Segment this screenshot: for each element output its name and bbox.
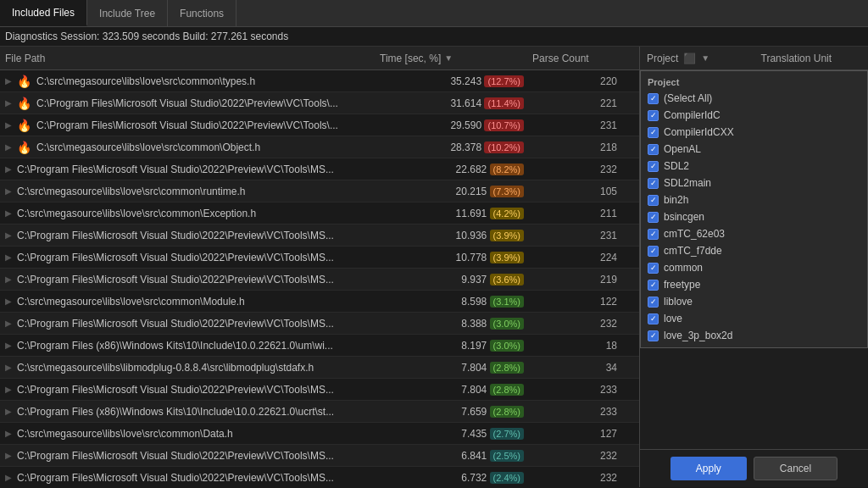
translation-unit-col-header: Translation Unit bbox=[754, 49, 869, 68]
table-row[interactable]: ▶ C:\Program Files (x86)\Windows Kits\10… bbox=[0, 335, 639, 357]
checkbox[interactable] bbox=[648, 110, 659, 121]
expand-icon[interactable]: ▶ bbox=[5, 230, 12, 240]
checkbox[interactable] bbox=[648, 280, 659, 291]
file-path-cell: ▶ 🔥 C:\Program Files\Microsoft Visual St… bbox=[5, 97, 380, 110]
expand-icon[interactable]: ▶ bbox=[5, 98, 12, 108]
dropdown-item[interactable]: freetype bbox=[641, 276, 867, 293]
dropdown-item[interactable]: OpenAL bbox=[641, 141, 867, 158]
expand-icon[interactable]: ▶ bbox=[5, 473, 12, 482]
checkbox[interactable] bbox=[648, 144, 659, 155]
table-row[interactable]: ▶ C:\Program Files\Microsoft Visual Stud… bbox=[0, 313, 639, 335]
expand-icon[interactable]: ▶ bbox=[5, 451, 12, 460]
expand-icon[interactable]: ▶ bbox=[5, 76, 12, 86]
tab-include-tree[interactable]: Include Tree bbox=[87, 0, 168, 26]
project-name: cmTC_62e03 bbox=[664, 228, 725, 240]
checkbox[interactable] bbox=[648, 212, 659, 223]
dropdown-item[interactable]: liblove bbox=[641, 293, 867, 310]
right-panel: Project ⬛ ▼ Translation Unit Project (Se… bbox=[639, 47, 868, 487]
dropdown-item[interactable]: SDL2 bbox=[641, 158, 867, 175]
file-path-cell: ▶ C:\src\megasource\libs\love\src\common… bbox=[5, 186, 380, 197]
dropdown-item[interactable]: CompilerIdC bbox=[641, 107, 867, 124]
file-path-cell: ▶ 🔥 C:\Program Files\Microsoft Visual St… bbox=[5, 119, 380, 132]
project-col-header: Project ⬛ ▼ bbox=[640, 49, 754, 68]
filter-icon[interactable]: ⬛ bbox=[683, 53, 696, 64]
expand-icon[interactable]: ▶ bbox=[5, 363, 12, 372]
parse-count-cell: 18 bbox=[532, 340, 634, 352]
expand-icon[interactable]: ▶ bbox=[5, 186, 12, 196]
expand-icon[interactable]: ▶ bbox=[5, 274, 12, 284]
dropdown-item[interactable]: (Select All) bbox=[641, 90, 867, 107]
tab-functions[interactable]: Functions bbox=[168, 0, 236, 26]
dropdown-item[interactable]: SDL2main bbox=[641, 175, 867, 191]
checkbox[interactable] bbox=[648, 178, 659, 189]
table-row[interactable]: ▶ C:\src\megasource\libs\love\src\common… bbox=[0, 423, 639, 445]
dropdown-scroll[interactable]: (Select All) CompilerIdC CompilerIdCXX O… bbox=[641, 90, 867, 344]
dropdown-item[interactable]: bin2h bbox=[641, 191, 867, 208]
parse-count-cell: 221 bbox=[532, 97, 634, 109]
expand-icon[interactable]: ▶ bbox=[5, 341, 12, 350]
expand-icon[interactable]: ▶ bbox=[5, 429, 12, 438]
parse-count-cell: 219 bbox=[532, 274, 634, 286]
dropdown-item[interactable]: bsincgen bbox=[641, 208, 867, 225]
expand-icon[interactable]: ▶ bbox=[5, 120, 12, 130]
table-body[interactable]: ▶ 🔥 C:\src\megasource\libs\love\src\comm… bbox=[0, 70, 639, 487]
table-row[interactable]: ▶ C:\src\megasource\libs\love\src\common… bbox=[0, 180, 639, 202]
expand-icon[interactable]: ▶ bbox=[5, 319, 12, 328]
file-path-text: C:\Program Files\Microsoft Visual Studio… bbox=[17, 274, 334, 286]
expand-icon[interactable]: ▶ bbox=[5, 164, 12, 174]
checkbox[interactable] bbox=[648, 229, 659, 240]
table-row[interactable]: ▶ 🔥 C:\src\megasource\libs\love\src\comm… bbox=[0, 70, 639, 92]
expand-icon[interactable]: ▶ bbox=[5, 142, 12, 152]
table-row[interactable]: ▶ C:\src\megasource\libs\libmodplug-0.8.… bbox=[0, 357, 639, 379]
dropdown-item[interactable]: cmTC_62e03 bbox=[641, 225, 867, 242]
file-path-cell: ▶ C:\Program Files\Microsoft Visual Stud… bbox=[5, 384, 380, 396]
tab-included-files[interactable]: Included Files bbox=[0, 0, 87, 26]
dropdown-item[interactable]: common bbox=[641, 259, 867, 276]
time-badge: (10.7%) bbox=[484, 119, 524, 131]
project-name: SDL2main bbox=[664, 177, 711, 189]
checkbox[interactable] bbox=[648, 246, 659, 257]
file-path-cell: ▶ C:\Program Files\Microsoft Visual Stud… bbox=[5, 252, 380, 263]
table-row[interactable]: ▶ C:\Program Files\Microsoft Visual Stud… bbox=[0, 379, 639, 401]
table-row[interactable]: ▶ C:\Program Files\Microsoft Visual Stud… bbox=[0, 158, 639, 180]
expand-icon[interactable]: ▶ bbox=[5, 407, 12, 416]
table-row[interactable]: ▶ 🔥 C:\src\megasource\libs\love\src\comm… bbox=[0, 136, 639, 158]
parse-count-cell: 127 bbox=[532, 428, 634, 440]
time-badge: (3.9%) bbox=[490, 230, 524, 241]
table-row[interactable]: ▶ 🔥 C:\Program Files\Microsoft Visual St… bbox=[0, 114, 639, 136]
table-row[interactable]: ▶ C:\Program Files\Microsoft Visual Stud… bbox=[0, 467, 639, 487]
checkbox[interactable] bbox=[648, 313, 659, 324]
table-row[interactable]: ▶ C:\Program Files\Microsoft Visual Stud… bbox=[0, 225, 639, 247]
dropdown-item[interactable]: CompilerIdCXX bbox=[641, 124, 867, 141]
expand-icon[interactable]: ▶ bbox=[5, 208, 12, 218]
checkbox[interactable] bbox=[648, 93, 659, 104]
expand-icon[interactable]: ▶ bbox=[5, 252, 12, 262]
table-row[interactable]: ▶ C:\Program Files\Microsoft Visual Stud… bbox=[0, 247, 639, 269]
checkbox[interactable] bbox=[648, 330, 659, 341]
checkbox[interactable] bbox=[648, 263, 659, 274]
checkbox[interactable] bbox=[648, 297, 659, 308]
cancel-button[interactable]: Cancel bbox=[754, 457, 837, 480]
checkbox[interactable] bbox=[648, 195, 659, 206]
table-row[interactable]: ▶ C:\src\megasource\libs\love\src\common… bbox=[0, 291, 639, 313]
time-badge: (11.4%) bbox=[484, 97, 524, 109]
expand-icon[interactable]: ▶ bbox=[5, 385, 12, 394]
expand-icon[interactable]: ▶ bbox=[5, 297, 12, 306]
table-row[interactable]: ▶ C:\Program Files\Microsoft Visual Stud… bbox=[0, 269, 639, 291]
table-row[interactable]: ▶ C:\src\megasource\libs\love\src\common… bbox=[0, 202, 639, 225]
time-badge: (4.2%) bbox=[490, 208, 524, 219]
dropdown-item[interactable]: love_3p_box2d bbox=[641, 327, 867, 344]
file-path-text: C:\Program Files\Microsoft Visual Studio… bbox=[36, 97, 338, 109]
dropdown-item[interactable]: cmTC_f7dde bbox=[641, 242, 867, 259]
checkbox[interactable] bbox=[648, 161, 659, 172]
time-badge: (8.2%) bbox=[490, 164, 524, 175]
apply-button[interactable]: Apply bbox=[670, 457, 747, 480]
checkbox[interactable] bbox=[648, 127, 659, 138]
file-path-text: C:\src\megasource\libs\libmodplug-0.8.8.… bbox=[17, 362, 314, 374]
dropdown-item[interactable]: love bbox=[641, 310, 867, 327]
col-time: Time [sec, %] ▼ bbox=[380, 53, 532, 64]
table-row[interactable]: ▶ 🔥 C:\Program Files\Microsoft Visual St… bbox=[0, 92, 639, 114]
time-badge: (3.0%) bbox=[490, 318, 524, 330]
table-row[interactable]: ▶ C:\Program Files\Microsoft Visual Stud… bbox=[0, 445, 639, 467]
table-row[interactable]: ▶ C:\Program Files (x86)\Windows Kits\10… bbox=[0, 401, 639, 423]
